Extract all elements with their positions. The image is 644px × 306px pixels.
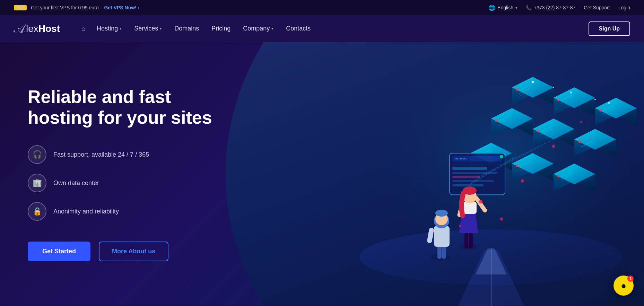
svg-text:Dashboard: Dashboard bbox=[454, 157, 467, 160]
topbar-promo: HOT Get your first VPS for 0.99 euro. Ge… bbox=[14, 5, 139, 10]
svg-point-69 bbox=[500, 155, 503, 158]
logo[interactable]: 𝒜 lexHost bbox=[14, 21, 60, 36]
svg-rect-66 bbox=[452, 176, 480, 178]
phone-section: 📞 +373 (22) 87-87-87 bbox=[526, 5, 575, 10]
signup-button[interactable]: Sign Up bbox=[589, 21, 630, 36]
hero-feature-support: 🎧 Fast support, available 24 / 7 / 365 bbox=[28, 145, 212, 164]
svg-point-99 bbox=[553, 87, 554, 88]
svg-rect-67 bbox=[452, 180, 494, 182]
hero-section: Dashboard bbox=[0, 42, 644, 306]
svg-rect-65 bbox=[452, 172, 497, 174]
svg-point-80 bbox=[460, 244, 477, 250]
svg-rect-64 bbox=[452, 167, 487, 170]
svg-point-88 bbox=[463, 186, 477, 195]
datacenter-icon-circle: 🏢 bbox=[28, 174, 46, 192]
svg-point-100 bbox=[570, 91, 572, 94]
security-icon-circle: 🔒 bbox=[28, 202, 46, 221]
pricing-label: Pricing bbox=[211, 25, 230, 32]
get-vps-link[interactable]: Get VPS Now! › bbox=[104, 5, 139, 10]
support-icon: 🎧 bbox=[33, 150, 42, 159]
phone-icon: 📞 bbox=[526, 5, 532, 10]
hero-buttons: Get Started More About us bbox=[28, 242, 212, 261]
svg-point-95 bbox=[580, 121, 582, 123]
svg-rect-68 bbox=[452, 184, 484, 186]
hot-badge: HOT bbox=[14, 5, 27, 10]
svg-point-41 bbox=[578, 140, 581, 143]
svg-point-93 bbox=[521, 180, 524, 182]
svg-point-97 bbox=[459, 225, 461, 227]
svg-point-17 bbox=[557, 98, 560, 101]
header: 𝒜 lexHost ⌂ Hosting ▾ Services ▾ Domains… bbox=[0, 15, 644, 42]
globe-icon: 🌐 bbox=[488, 5, 495, 11]
domains-label: Domains bbox=[174, 25, 199, 32]
lock-icon: 🔒 bbox=[33, 207, 42, 216]
hosting-chevron-icon: ▾ bbox=[120, 26, 122, 31]
nav-services[interactable]: Services ▾ bbox=[129, 22, 167, 35]
svg-point-35 bbox=[537, 130, 539, 132]
svg-point-60 bbox=[557, 175, 560, 177]
company-chevron-icon: ▾ bbox=[271, 26, 273, 31]
svg-point-101 bbox=[594, 99, 596, 100]
svg-point-29 bbox=[495, 119, 498, 122]
login-link[interactable]: Login bbox=[618, 5, 630, 10]
nav-hosting[interactable]: Hosting ▾ bbox=[91, 22, 127, 35]
feature-security-text: Anonimity and reliability bbox=[53, 208, 119, 215]
svg-point-98 bbox=[532, 81, 534, 83]
svg-rect-72 bbox=[437, 245, 442, 259]
chat-notification-badge: 1 bbox=[627, 276, 634, 282]
logo-text: lexHost bbox=[26, 23, 60, 34]
more-about-button[interactable]: More About us bbox=[99, 242, 168, 261]
support-icon-circle: 🎧 bbox=[28, 145, 46, 164]
hero-feature-security: 🔒 Anonimity and reliability bbox=[28, 202, 212, 221]
topbar-right: 🌐 English ▾ 📞 +373 (22) 87-87-87 Get Sup… bbox=[488, 5, 630, 11]
language-selector[interactable]: 🌐 English ▾ bbox=[488, 5, 517, 11]
phone-number: +373 (22) 87-87-87 bbox=[534, 5, 575, 10]
hosting-label: Hosting bbox=[97, 25, 118, 32]
svg-point-79 bbox=[435, 210, 448, 217]
get-support-link[interactable]: Get Support bbox=[584, 5, 610, 10]
hero-title-line1: Reliable and fast bbox=[28, 87, 171, 107]
svg-rect-73 bbox=[442, 245, 446, 259]
logo-icon: 𝒜 bbox=[14, 21, 25, 36]
hero-illustration: Dashboard bbox=[290, 42, 644, 306]
topbar: HOT Get your first VPS for 0.99 euro. Ge… bbox=[0, 0, 644, 15]
chat-icon: ● bbox=[621, 280, 626, 291]
lang-chevron-icon: ▾ bbox=[515, 6, 517, 10]
chat-widget[interactable]: ● 1 bbox=[613, 276, 634, 296]
svg-point-96 bbox=[500, 218, 503, 220]
contacts-label: Contacts bbox=[286, 25, 311, 32]
get-started-button[interactable]: Get Started bbox=[28, 242, 90, 261]
svg-point-102 bbox=[608, 102, 610, 104]
svg-point-94 bbox=[552, 145, 555, 148]
services-chevron-icon: ▾ bbox=[160, 26, 162, 31]
hero-features: 🎧 Fast support, available 24 / 7 / 365 🏢… bbox=[28, 145, 212, 221]
nav-home-icon[interactable]: ⌂ bbox=[77, 22, 90, 35]
svg-point-11 bbox=[516, 88, 519, 91]
nav-company[interactable]: Company ▾ bbox=[237, 22, 279, 35]
svg-point-92 bbox=[479, 200, 482, 203]
svg-rect-84 bbox=[463, 202, 477, 214]
hero-content: Reliable and fast hosting for your sites… bbox=[0, 66, 240, 282]
svg-rect-82 bbox=[469, 233, 473, 248]
nav-contacts[interactable]: Contacts bbox=[280, 22, 316, 35]
main-nav: ⌂ Hosting ▾ Services ▾ Domains Pricing C… bbox=[77, 21, 630, 36]
services-label: Services bbox=[134, 25, 158, 32]
hero-title-line2: hosting for your sites bbox=[28, 107, 212, 128]
feature-datacenter-text: Own data center bbox=[53, 180, 99, 187]
promo-text: Get your first VPS for 0.99 euro. bbox=[31, 5, 100, 10]
hero-title: Reliable and fast hosting for your sites bbox=[28, 87, 212, 128]
svg-point-23 bbox=[599, 109, 602, 112]
feature-support-text: Fast support, available 24 / 7 / 365 bbox=[53, 151, 149, 158]
nav-domains[interactable]: Domains bbox=[169, 22, 204, 35]
hero-feature-datacenter: 🏢 Own data center bbox=[28, 174, 212, 192]
company-label: Company bbox=[243, 25, 270, 32]
language-label: English bbox=[497, 5, 513, 10]
svg-rect-81 bbox=[464, 233, 468, 248]
datacenter-icon: 🏢 bbox=[33, 178, 42, 187]
nav-pricing[interactable]: Pricing bbox=[206, 22, 236, 35]
svg-point-54 bbox=[516, 164, 519, 167]
